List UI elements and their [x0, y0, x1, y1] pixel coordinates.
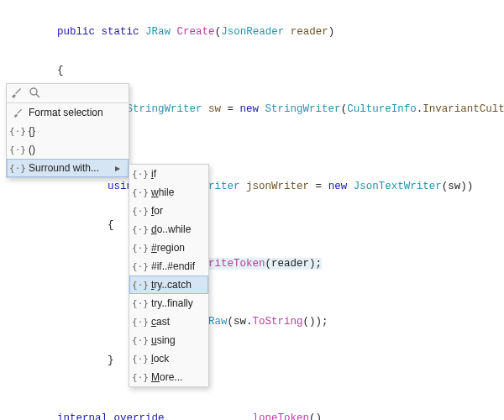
- menu-item-label: (): [25, 144, 123, 155]
- submenu-arrow-icon: ▸: [115, 162, 123, 174]
- menu-item-label: More...: [148, 371, 203, 383]
- code-editor[interactable]: public static JRaw Create(JsonReader rea…: [0, 3, 504, 420]
- brackets-icon: {·}: [10, 163, 25, 174]
- surround-with-submenu: {·}if{·}while{·}for{·}do..while{·}#regio…: [129, 164, 209, 387]
- menu-item-label: while: [148, 186, 203, 198]
- surround-item-while[interactable]: {·}while: [129, 183, 208, 202]
- brackets-icon: {·}: [133, 169, 148, 180]
- code-line: }: [7, 351, 504, 370]
- surround-item-dowhile[interactable]: {·}do..while: [129, 220, 208, 239]
- code-line: using (JsonTextWriter jsonWriter = new J…: [7, 177, 504, 197]
- menu-surround-with[interactable]: {·} Surround with... ▸: [7, 159, 129, 177]
- menu-item-label: cast: [148, 316, 203, 328]
- menu-item-label: if: [148, 168, 203, 180]
- menu-item-label: Format selection: [25, 107, 123, 118]
- code-line: {: [7, 216, 504, 235]
- bulb-search-icon[interactable]: [29, 87, 40, 101]
- menu-item-label: #region: [148, 242, 203, 254]
- menu-item-label: try..finally: [148, 297, 203, 309]
- surround-item-More[interactable]: {·}More...: [129, 368, 208, 386]
- menu-item-label: Surround with...: [25, 162, 115, 174]
- surround-item-trycatch[interactable]: {·}try..catch: [129, 276, 208, 294]
- brackets-icon: {·}: [10, 144, 25, 155]
- brackets-icon: {·}: [133, 354, 148, 365]
- menu-item-label: using: [148, 334, 203, 346]
- menu-item-label: do..while: [148, 223, 203, 235]
- refactor-menu: Format selection {·} {} {·} () {·} Surro…: [6, 83, 129, 178]
- menu-parens[interactable]: {·} (): [7, 140, 129, 159]
- surround-item-cast[interactable]: {·}cast: [129, 312, 208, 331]
- menu-item-label: #if..#endif: [148, 260, 203, 272]
- brackets-icon: {·}: [133, 317, 148, 328]
- menu-format-selection[interactable]: Format selection: [7, 103, 129, 122]
- menu-item-label: for: [148, 205, 203, 217]
- svg-point-0: [30, 88, 37, 95]
- menu-item-label: lock: [148, 353, 203, 365]
- surround-item-if[interactable]: {·}if: [129, 165, 208, 183]
- surround-item-for[interactable]: {·}for: [129, 202, 208, 220]
- brackets-icon: {·}: [133, 206, 148, 217]
- brackets-icon: {·}: [133, 280, 148, 291]
- brackets-icon: {·}: [133, 298, 148, 309]
- brush-icon[interactable]: [10, 87, 22, 101]
- menu-item-label: try..catch: [148, 279, 203, 291]
- code-line: public static JRaw Create(JsonReader rea…: [7, 23, 504, 42]
- surround-item-ifendif[interactable]: {·}#if..#endif: [129, 257, 208, 276]
- brackets-icon: {·}: [133, 372, 148, 383]
- brackets-icon: {·}: [133, 224, 148, 235]
- surround-item-region[interactable]: {·}#region: [129, 239, 208, 257]
- menu-item-label: {}: [25, 125, 123, 137]
- brackets-icon: {·}: [133, 261, 148, 272]
- menu-braces[interactable]: {·} {}: [7, 122, 129, 140]
- code-line: {: [7, 61, 504, 81]
- surround-item-using[interactable]: {·}using: [129, 331, 208, 349]
- code-line: jsonWriter.WriteToken(reader);: [7, 255, 504, 274]
- code-line: return new JRaw(sw.ToString());: [7, 312, 504, 332]
- brackets-icon: {·}: [10, 126, 25, 137]
- menu-icon-row: [7, 84, 129, 102]
- brackets-icon: {·}: [133, 187, 148, 198]
- svg-line-1: [36, 94, 39, 97]
- brackets-icon: {·}: [133, 243, 148, 254]
- brackets-icon: {·}: [133, 335, 148, 346]
- surround-item-lock[interactable]: {·}lock: [129, 349, 208, 368]
- brush-icon: [10, 108, 25, 118]
- code-line: internal override loneToken(): [7, 409, 504, 420]
- surround-item-tryfinally[interactable]: {·}try..finally: [129, 294, 208, 312]
